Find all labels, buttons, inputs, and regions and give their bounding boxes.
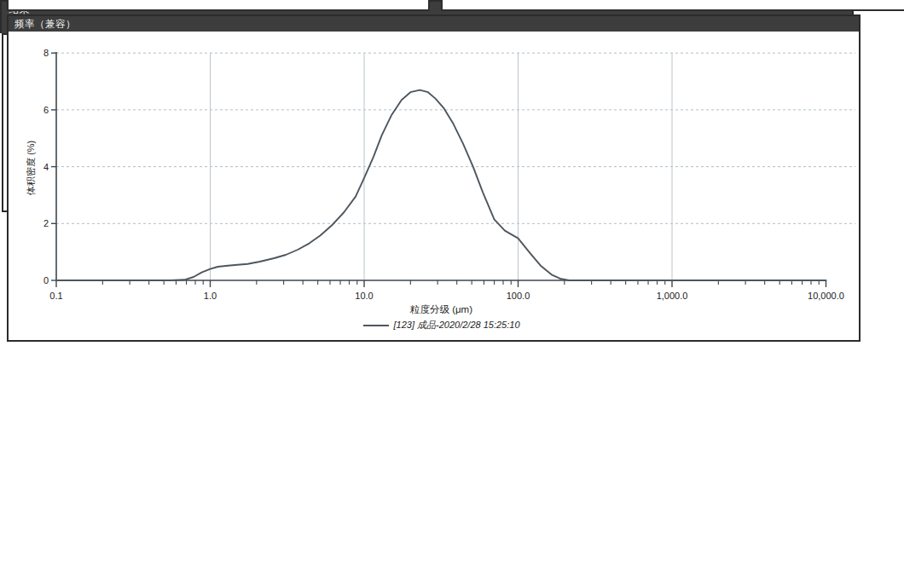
top-partial-panel-left <box>7 0 430 11</box>
chart-legend: [123] 成品-2020/2/28 15:25:10 <box>56 319 826 331</box>
y-tick-label: 2 <box>43 218 49 228</box>
x-tick-label: 100.0 <box>507 291 530 301</box>
x-tick-label: 10,000.0 <box>808 291 844 301</box>
x-axis-label: 粒度分级 (μm) <box>56 303 826 316</box>
frequency-panel-titlebar: 频率（兼容） <box>9 16 859 32</box>
x-tick-label: 1,000.0 <box>657 291 688 301</box>
x-tick-label: 0.1 <box>49 291 62 301</box>
y-tick-label: 4 <box>43 162 49 172</box>
legend-line-swatch <box>363 325 389 326</box>
report-page: 频率（兼容） 体积密度 (%) 024680.11.010.0100.01,00… <box>0 0 904 212</box>
frequency-chart-svg: 024680.11.010.0100.01,000.010,000.0 <box>9 32 859 340</box>
distribution-curve <box>56 90 826 280</box>
x-tick-label: 10.0 <box>355 291 373 301</box>
y-tick-label: 0 <box>43 275 49 285</box>
frequency-panel-title: 频率（兼容） <box>14 18 76 31</box>
x-tick-label: 1.0 <box>204 291 217 301</box>
legend-label: [123] 成品-2020/2/28 15:25:10 <box>394 319 520 331</box>
top-partial-panel-right <box>441 0 904 11</box>
frequency-chart-area: 体积密度 (%) 024680.11.010.0100.01,000.010,0… <box>9 32 859 340</box>
frequency-panel: 频率（兼容） 体积密度 (%) 024680.11.010.0100.01,00… <box>7 14 861 342</box>
y-tick-label: 8 <box>43 48 49 58</box>
y-tick-label: 6 <box>43 105 49 115</box>
